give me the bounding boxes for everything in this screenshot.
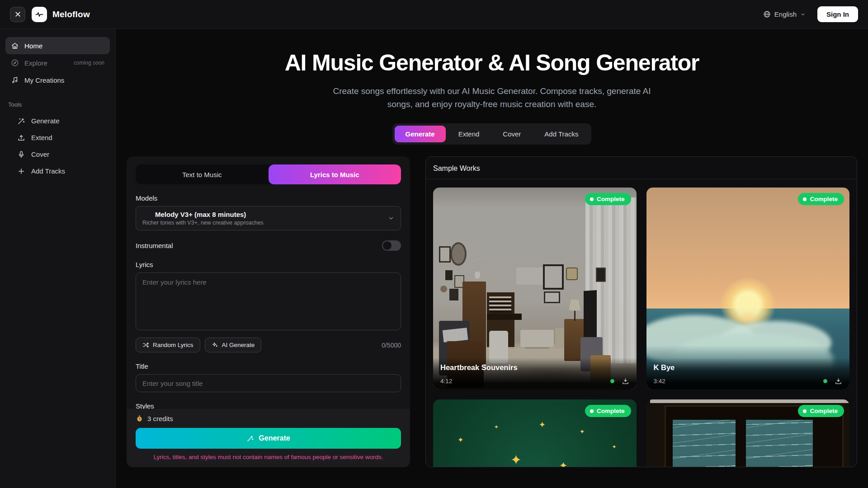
language-label: English	[774, 10, 797, 18]
tab-generate[interactable]: Generate	[395, 126, 446, 142]
tab-extend[interactable]: Extend	[448, 126, 491, 142]
model-select[interactable]: Melody V3+ (max 8 minutes) Richer tones …	[136, 206, 401, 230]
magic-wand-icon	[17, 117, 25, 125]
sidebar-item-home[interactable]: Home	[5, 37, 110, 54]
random-lyrics-button[interactable]: Random Lyrics	[136, 338, 200, 352]
svg-text:$: $	[139, 417, 141, 421]
character-counter: 0/5000	[382, 342, 401, 349]
sidebar-tool-cover[interactable]: Cover	[5, 146, 110, 163]
ai-generate-button[interactable]: AI Generate	[205, 338, 262, 352]
lyrics-label: Lyrics	[136, 261, 401, 268]
app-window: Meloflow English Sign In Home	[0, 0, 868, 488]
sample-card-rainy-window[interactable]: Complete	[646, 399, 850, 467]
sidebar-tool-generate[interactable]: Generate	[5, 113, 110, 129]
microphone-icon	[17, 150, 25, 159]
home-icon	[11, 42, 19, 50]
models-label: Models	[136, 194, 401, 202]
waveform-icon	[35, 10, 44, 19]
card-footer: Heartbreak Souvenirs 4:12	[433, 358, 637, 389]
content-warning-text: Lyrics, titles, and styles must not cont…	[136, 454, 401, 460]
sidebar-item-label: Home	[24, 42, 42, 50]
topbar-right: English Sign In	[763, 6, 858, 22]
download-icon[interactable]	[835, 377, 842, 385]
chevron-down-icon	[388, 215, 394, 221]
coming-soon-badge: coming soon	[74, 60, 104, 66]
page-title: AI Music Generator & AI Song Generator	[116, 50, 868, 76]
source-mode-tabs: Text to Music Lyrics to Music	[136, 164, 401, 184]
tool-item-label: Add Tracks	[31, 167, 65, 175]
song-title-input[interactable]	[136, 374, 401, 392]
sample-cards-grid: Complete Heartbreak Souvenirs 4:12	[426, 179, 857, 467]
mode-tabs: Generate Extend Cover Add Tracks	[392, 123, 592, 145]
sample-card-k-bye[interactable]: Complete K Bye 3:42	[646, 188, 850, 389]
download-icon[interactable]	[622, 377, 629, 385]
sidebar-item-label: Explore	[24, 59, 47, 67]
ready-dot-icon	[823, 379, 827, 383]
generate-button[interactable]: Generate	[136, 428, 401, 449]
status-label: Complete	[597, 408, 625, 414]
status-badge: Complete	[798, 405, 844, 417]
subtitle-line-2: songs, and enjoy royalty-free music crea…	[387, 99, 597, 109]
tool-item-label: Extend	[31, 134, 52, 141]
status-label: Complete	[597, 196, 625, 202]
track-title: K Bye	[654, 363, 843, 372]
brand-name: Meloflow	[52, 9, 90, 19]
card-footer: K Bye 3:42	[646, 358, 850, 389]
status-dot-icon	[590, 197, 594, 201]
instrumental-label: Instrumental	[136, 242, 173, 249]
status-label: Complete	[810, 196, 838, 202]
sidebar-tool-extend[interactable]: Extend	[5, 129, 110, 146]
track-duration: 3:42	[654, 378, 665, 385]
tab-text-to-music[interactable]: Text to Music	[136, 164, 269, 184]
sparkles-icon	[212, 342, 218, 348]
ai-generate-label: AI Generate	[222, 342, 255, 348]
status-badge: Complete	[585, 193, 631, 205]
track-title: Heartbreak Souvenirs	[440, 363, 629, 372]
credits-label: 3 credits	[147, 415, 173, 422]
sample-works-header: Sample Works	[426, 157, 857, 179]
lyrics-input[interactable]	[136, 272, 401, 330]
globe-icon	[763, 10, 771, 18]
model-selected-description: Richer tones with V3+, new creative appr…	[142, 220, 382, 226]
sidebar-item-label: My Creations	[24, 76, 64, 84]
compass-icon	[11, 59, 19, 67]
sample-card-heartbreak-souvenirs[interactable]: Complete Heartbreak Souvenirs 4:12	[433, 188, 637, 389]
close-icon	[14, 11, 21, 18]
language-selector[interactable]: English	[763, 10, 806, 18]
tools-section-header: Tools	[8, 101, 107, 108]
generation-form-panel: Text to Music Lyrics to Music Models Mel…	[127, 156, 410, 467]
magic-wand-icon	[246, 435, 254, 442]
status-label: Complete	[810, 408, 838, 414]
instrumental-toggle[interactable]	[382, 240, 401, 251]
tab-add-tracks[interactable]: Add Tracks	[533, 126, 589, 142]
credits-row: $ 3 credits	[136, 415, 401, 422]
track-duration: 4:12	[440, 378, 452, 385]
sidebar: Home Explore coming soon My Creations To…	[0, 29, 116, 488]
subtitle-line-1: Create songs effortlessly with our AI Mu…	[333, 86, 651, 96]
sidebar-item-explore[interactable]: Explore coming soon	[5, 54, 110, 71]
main-content: AI Music Generator & AI Song Generator C…	[116, 29, 868, 488]
app-logo	[32, 7, 47, 22]
top-bar: Meloflow English Sign In	[0, 0, 868, 29]
sign-in-button[interactable]: Sign In	[817, 6, 858, 22]
tab-lyrics-to-music[interactable]: Lyrics to Music	[269, 164, 401, 184]
sidebar-item-my-creations[interactable]: My Creations	[5, 71, 110, 89]
form-footer: $ 3 credits Generate Lyrics, titles, and…	[127, 409, 410, 467]
generate-button-label: Generate	[259, 434, 290, 442]
page-subtitle: Create songs effortlessly with our AI Mu…	[325, 85, 659, 111]
close-button[interactable]	[10, 7, 25, 22]
status-dot-icon	[803, 197, 807, 201]
sample-works-panel: Sample Works	[425, 156, 857, 467]
status-badge: Complete	[798, 193, 844, 205]
ready-dot-icon	[610, 379, 614, 383]
tab-cover[interactable]: Cover	[492, 126, 532, 142]
chevron-down-icon	[800, 12, 806, 17]
sample-card-crown[interactable]: ♛ ✦ ✦ ✦ ✦ ✦ ✦ ✦ ✦ ✦ ✦ ✦ ✦	[433, 399, 637, 467]
random-lyrics-label: Random Lyrics	[153, 342, 193, 348]
plus-icon	[17, 167, 25, 175]
sidebar-tool-add-tracks[interactable]: Add Tracks	[5, 163, 110, 179]
model-selected-name: Melody V3+ (max 8 minutes)	[155, 211, 382, 218]
tool-item-label: Generate	[31, 117, 60, 125]
upload-icon	[17, 134, 25, 142]
shuffle-icon	[142, 342, 149, 348]
